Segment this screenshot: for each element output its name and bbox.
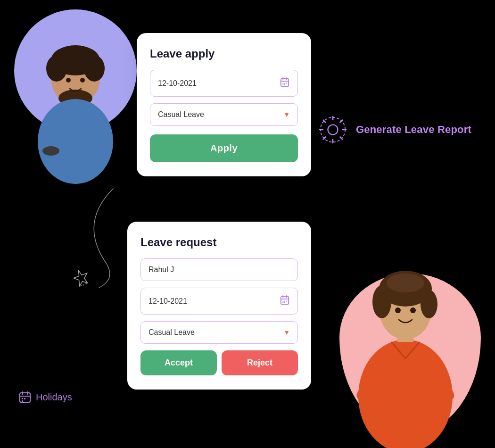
date-value-request: 12-10-2021 — [148, 297, 187, 306]
svg-rect-38 — [282, 301, 283, 302]
svg-point-33 — [410, 307, 416, 313]
svg-point-2 — [46, 55, 67, 82]
holidays-section[interactable]: Holidays — [19, 391, 72, 403]
svg-rect-47 — [22, 398, 23, 399]
svg-rect-42 — [284, 302, 285, 303]
dropdown-arrow-request: ▼ — [283, 329, 290, 336]
dropdown-arrow-apply: ▼ — [283, 111, 290, 118]
svg-rect-10 — [281, 79, 289, 87]
reject-button[interactable]: Reject — [222, 350, 298, 375]
svg-point-32 — [395, 307, 401, 313]
svg-point-8 — [80, 78, 85, 83]
svg-point-30 — [421, 290, 437, 318]
svg-rect-41 — [282, 302, 283, 303]
employee-name-field[interactable]: Rahul J — [140, 258, 298, 281]
generate-report-label: Generate Leave Report — [356, 124, 471, 136]
svg-rect-17 — [282, 84, 283, 85]
svg-rect-18 — [284, 84, 285, 85]
date-value-apply: 12-10-2021 — [158, 79, 197, 88]
date-input-request[interactable]: 12-10-2021 — [140, 288, 298, 315]
svg-point-31 — [387, 274, 424, 292]
gear-icon — [316, 113, 349, 146]
employee-name-value: Rahul J — [148, 265, 174, 274]
svg-point-7 — [66, 78, 71, 83]
svg-rect-16 — [286, 83, 287, 84]
svg-rect-15 — [284, 83, 285, 84]
man-avatar — [19, 33, 132, 203]
calendar-icon-apply — [280, 77, 290, 90]
svg-rect-48 — [24, 398, 25, 399]
leave-apply-title: Leave apply — [150, 47, 298, 60]
svg-rect-49 — [22, 400, 23, 402]
svg-rect-39 — [284, 301, 285, 302]
svg-point-3 — [84, 55, 105, 82]
woman-avatar — [335, 236, 476, 448]
leave-type-select-apply[interactable]: Casual Leave ▼ — [150, 103, 298, 126]
leave-type-select-request[interactable]: Casual Leave ▼ — [140, 321, 298, 344]
svg-point-6 — [38, 99, 113, 184]
calendar-icon-request — [280, 295, 290, 307]
person-bottom — [335, 236, 486, 448]
svg-rect-43 — [20, 393, 30, 402]
apply-button[interactable]: Apply — [150, 134, 298, 162]
svg-point-29 — [372, 285, 391, 318]
accept-button[interactable]: Accept — [140, 350, 217, 375]
leave-type-value-request: Casual Leave — [148, 328, 195, 337]
leave-apply-card: Leave apply 12-10-2021 Casual Leave ▼ Ap… — [137, 33, 311, 176]
action-buttons: Accept Reject — [140, 350, 298, 375]
generate-report-section[interactable]: Generate Leave Report — [316, 113, 471, 146]
svg-rect-40 — [286, 301, 287, 302]
date-input-apply[interactable]: 12-10-2021 — [150, 70, 298, 97]
svg-point-9 — [42, 146, 59, 156]
svg-line-20 — [82, 284, 85, 288]
svg-rect-14 — [282, 83, 283, 84]
holidays-label-text: Holidays — [36, 392, 72, 403]
leave-request-card: Leave request Rahul J 12-10-2021 Casual … — [127, 222, 311, 390]
holidays-calendar-icon — [19, 391, 31, 403]
gear-svg — [316, 113, 349, 146]
svg-rect-34 — [281, 297, 289, 305]
leave-request-title: Leave request — [140, 236, 298, 249]
person-top — [9, 0, 141, 203]
leave-type-value-apply: Casual Leave — [158, 110, 204, 119]
